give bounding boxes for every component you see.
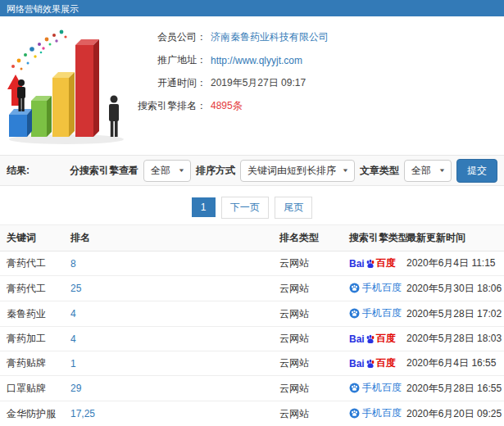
keyword-cell: 膏药代工: [0, 252, 64, 276]
article-type-select[interactable]: 全部 ▼: [404, 160, 452, 182]
rank-count-value: 4895条: [211, 99, 243, 113]
table-row: 秦鲁药业4云网站手机百度2020年5月28日 17:02: [0, 301, 504, 327]
rank-link[interactable]: 1: [70, 358, 76, 369]
engine-cell: Bai百度: [343, 252, 400, 276]
engine-cell: 手机百度: [343, 301, 400, 327]
mobile-baidu-icon: [349, 408, 360, 419]
rank-cell: 29: [64, 376, 273, 401]
article-type-select-value: 全部: [411, 165, 431, 176]
column-header: 排名: [64, 225, 273, 252]
rank-link[interactable]: 17,25: [70, 408, 95, 419]
updated-cell: 2020年6月20日 09:25: [400, 401, 504, 426]
mobile-baidu-logo: 手机百度: [349, 381, 402, 395]
engine-cell: Bai百度: [343, 351, 400, 376]
engine-cell: 手机百度: [343, 376, 400, 401]
mobile-baidu-icon: [349, 308, 360, 319]
red-bar: [75, 39, 99, 137]
keyword-cell: 秦鲁药业: [0, 301, 64, 327]
keyword-cell: 口罩贴牌: [0, 376, 64, 401]
baidu-logo: Bai百度: [349, 332, 396, 346]
rank-type-cell: 云网站: [273, 301, 343, 327]
rank-cell: 8: [64, 252, 273, 276]
table-row: 膏药加工4云网站Bai百度2020年5月28日 18:03: [0, 327, 504, 351]
engine-select-value: 全部: [151, 165, 170, 176]
rank-link[interactable]: 4: [70, 333, 76, 345]
rank-link[interactable]: 25: [70, 283, 81, 294]
pagination: 1 下一页 尾页: [0, 197, 504, 216]
column-header: 排名类型: [273, 225, 343, 252]
rank-type-cell: 云网站: [273, 401, 343, 426]
updated-cell: 2020年5月28日 16:55: [400, 376, 504, 401]
rank-cell: 4: [64, 327, 273, 351]
sort-filter-label: 排序方式: [196, 164, 235, 178]
sort-select[interactable]: 关键词由短到长排序 ▼: [240, 160, 355, 182]
results-label: 结果:: [7, 164, 30, 178]
page-current[interactable]: 1: [192, 197, 216, 217]
filter-controls: 分搜索引擎查看 全部 ▼ 排序方式 关键词由短到长排序 ▼ 文章类型 全部 ▼ …: [70, 159, 497, 183]
rank-type-cell: 云网站: [273, 351, 343, 376]
engine-cell: Bai百度: [343, 327, 400, 351]
open-time-value: 2019年5月27日 09:17: [211, 76, 306, 90]
page-title: 网络营销效果展示: [0, 0, 504, 16]
confetti-dots: [11, 30, 67, 70]
promo-url-label: 推广地址：: [136, 53, 207, 67]
blue-cube: [9, 109, 32, 137]
green-bar: [31, 96, 52, 137]
rank-link[interactable]: 8: [70, 258, 76, 270]
updated-cell: 2020年5月30日 18:06: [400, 276, 504, 301]
mobile-baidu-icon: [349, 283, 360, 293]
last-page-button[interactable]: 尾页: [275, 197, 312, 219]
chevron-down-icon: ▼: [178, 168, 185, 174]
yellow-bar: [52, 72, 75, 137]
rank-link[interactable]: 4: [70, 308, 76, 320]
rank-type-cell: 云网站: [273, 327, 343, 351]
baidu-logo: Bai百度: [349, 356, 396, 370]
rank-count-label: 搜索引擎排名：: [136, 99, 207, 113]
baidu-paw-icon: [366, 359, 375, 369]
table-row: 口罩贴牌29云网站手机百度2020年5月28日 16:55: [0, 376, 504, 401]
businessman-figure-left: [17, 79, 25, 111]
rank-type-cell: 云网站: [273, 276, 343, 301]
table-header-row: 关键词排名排名类型搜索引擎类型最新更新时间: [0, 225, 504, 252]
sort-select-value: 关键词由短到长排序: [247, 165, 336, 176]
next-page-button[interactable]: 下一页: [221, 197, 269, 219]
company-link[interactable]: 济南秦鲁药业科技有限公司: [211, 30, 329, 44]
column-header: 搜索引擎类型: [343, 225, 400, 252]
baidu-paw-icon: [366, 259, 375, 269]
updated-cell: 2020年5月28日 18:03: [400, 327, 504, 351]
open-time-label: 开通时间：: [136, 76, 207, 90]
company-row: 会员公司： 济南秦鲁药业科技有限公司: [136, 30, 499, 44]
article-type-filter-label: 文章类型: [360, 164, 399, 178]
table-row: 金华防护服17,25云网站手机百度2020年6月20日 09:25: [0, 401, 504, 426]
rank-cell: 4: [64, 301, 273, 327]
updated-cell: 2020年6月4日 16:55: [400, 351, 504, 376]
keyword-cell: 膏药加工: [0, 327, 64, 351]
keyword-cell: 膏药贴牌: [0, 351, 64, 376]
mobile-baidu-logo: 手机百度: [349, 406, 402, 420]
rank-link[interactable]: 29: [70, 383, 81, 394]
promo-url-link[interactable]: http://www.qlyyjt.com: [211, 55, 302, 66]
rank-cell: 17,25: [64, 401, 273, 426]
table-row: 膏药贴牌1云网站Bai百度2020年6月4日 16:55: [0, 351, 504, 376]
table-row: 膏药代工8云网站Bai百度2020年6月4日 11:15: [0, 252, 504, 276]
marketing-clipart: [5, 24, 136, 147]
keyword-cell: 膏药代工: [0, 276, 64, 301]
mobile-baidu-logo: 手机百度: [349, 281, 402, 295]
member-info: 会员公司： 济南秦鲁药业科技有限公司 推广地址： http://www.qlyy…: [136, 24, 499, 147]
rank-type-cell: 云网站: [273, 376, 343, 401]
open-time-row: 开通时间： 2019年5月27日 09:17: [136, 76, 499, 90]
rank-type-cell: 云网站: [273, 252, 343, 276]
updated-cell: 2020年6月4日 11:15: [400, 252, 504, 276]
engine-filter-label: 分搜索引擎查看: [70, 164, 138, 178]
submit-button[interactable]: 提交: [456, 159, 497, 183]
column-header: 最新更新时间: [400, 225, 504, 252]
promo-url-row: 推广地址： http://www.qlyyjt.com: [136, 53, 499, 67]
engine-cell: 手机百度: [343, 401, 400, 426]
column-header: 关键词: [0, 225, 64, 252]
table-row: 膏药代工25云网站手机百度2020年5月30日 18:06: [0, 276, 504, 301]
businessman-figure-right: [109, 96, 119, 138]
baidu-paw-icon: [366, 334, 375, 344]
engine-select[interactable]: 全部 ▼: [143, 160, 191, 182]
rank-cell: 1: [64, 351, 273, 376]
chevron-down-icon: ▼: [438, 168, 446, 174]
